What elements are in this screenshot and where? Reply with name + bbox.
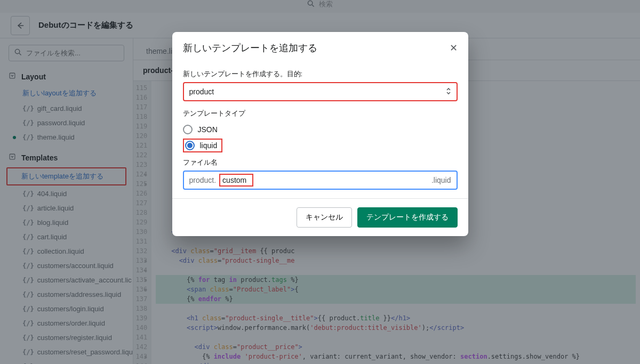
radio-json[interactable]: JSON (183, 123, 458, 136)
radio-icon (183, 125, 193, 134)
type-label: テンプレートタイプ (183, 109, 458, 118)
modal-title: 新しいテンプレートを追加する (183, 42, 317, 54)
radio-liquid[interactable]: liquid (183, 139, 223, 152)
purpose-select[interactable]: product (183, 82, 458, 101)
cancel-button[interactable]: キャンセル (297, 207, 352, 228)
purpose-label: 新しいテンプレートを作成する。目的: (183, 69, 458, 79)
close-icon[interactable]: ✕ (450, 42, 458, 54)
filename-label: ファイル名 (183, 158, 458, 167)
purpose-value: product (189, 87, 214, 96)
create-button[interactable]: テンプレートを作成する (357, 207, 458, 228)
chevron-updown-icon (446, 87, 451, 96)
radio-icon (185, 141, 195, 150)
add-template-modal: 新しいテンプレートを追加する ✕ 新しいテンプレートを作成する。目的: prod… (172, 32, 468, 236)
filename-input[interactable] (222, 176, 250, 184)
modal-overlay: 新しいテンプレートを追加する ✕ 新しいテンプレートを作成する。目的: prod… (0, 0, 640, 364)
filename-suffix: .liquid (426, 172, 457, 189)
filename-input-row[interactable]: product. .liquid (183, 171, 458, 190)
filename-prefix: product. (184, 172, 220, 189)
